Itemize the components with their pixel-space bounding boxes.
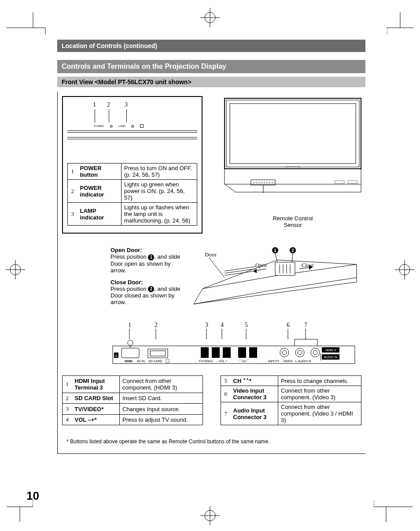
door-instructions: Open Door: Press position 1, and slide D… <box>111 247 185 305</box>
callout-2: 2 <box>107 101 110 108</box>
svg-text:2: 2 <box>155 322 158 328</box>
circled-2-icon: 2 <box>148 286 154 292</box>
svg-point-72 <box>298 350 302 355</box>
svg-text:Close: Close <box>302 262 313 268</box>
page-number: 10 <box>26 489 39 503</box>
table-row: 2 POWER indicator Lights up green when p… <box>68 180 197 203</box>
svg-rect-58 <box>150 351 166 356</box>
door-word: Door <box>205 251 217 258</box>
footnote: * Buttons listed above operate the same … <box>66 438 365 445</box>
svg-text:2: 2 <box>291 248 294 253</box>
sensor-window-icon <box>140 124 144 128</box>
svg-text:INPUT3: INPUT3 <box>268 360 279 363</box>
svg-point-73 <box>311 348 320 357</box>
svg-rect-52 <box>122 348 139 358</box>
svg-rect-6 <box>230 104 356 163</box>
label-power: POWER <box>94 125 104 127</box>
svg-rect-62 <box>212 347 220 358</box>
reg-target-left <box>2 256 29 283</box>
svg-text:1: 1 <box>128 322 131 328</box>
front-panel-diagram: 1 2 3 POWER LAMP <box>62 96 203 234</box>
svg-rect-4 <box>225 98 361 169</box>
right-index-table: 5 CH ˅˄* Press to change channels. 6 Vid… <box>221 375 361 425</box>
reg-target-bottom <box>197 502 223 529</box>
svg-text:L-AUDIO-R: L-AUDIO-R <box>295 360 311 363</box>
header-bar: Location of Controls (continued) <box>57 40 365 52</box>
svg-rect-11 <box>348 181 357 183</box>
svg-text:– VOL +: – VOL + <box>216 360 228 363</box>
svg-text:3: 3 <box>205 322 208 328</box>
content-frame: 1 2 3 POWER LAMP <box>57 92 365 454</box>
power-indicator-icon <box>110 125 112 127</box>
svg-text:HDMI 3: HDMI 3 <box>325 349 336 352</box>
svg-rect-61 <box>201 347 209 358</box>
svg-point-69 <box>280 348 289 357</box>
section-bar: Controls and Terminals on the Projection… <box>57 60 365 73</box>
svg-text:4: 4 <box>221 322 224 328</box>
svg-text:AUDIO IN: AUDIO IN <box>324 356 337 359</box>
svg-text:Open: Open <box>255 262 267 268</box>
callout-3: 3 <box>125 101 128 108</box>
svg-rect-13 <box>275 262 295 275</box>
left-index-table: 1 HDMI Input Terminal 3 Connect from oth… <box>62 375 203 425</box>
table-row: 1 HDMI Input Terminal 3 Connect from oth… <box>63 376 203 393</box>
svg-rect-10 <box>335 181 344 183</box>
sensor-label: Remote Control Sensor <box>220 215 365 228</box>
label-lamp: LAMP <box>118 125 125 127</box>
circled-1-icon: 1 <box>148 254 154 260</box>
svg-text:1: 1 <box>274 248 276 253</box>
svg-text:8: 8 <box>115 354 118 358</box>
svg-text:˅ CH ˄: ˅ CH ˄ <box>239 360 249 363</box>
svg-point-74 <box>313 350 317 355</box>
crop-mark-br <box>374 500 413 522</box>
svg-rect-65 <box>249 347 257 358</box>
table-row: 2 SD CARD Slot Insert SD Card. <box>63 393 203 404</box>
svg-rect-5 <box>226 100 359 167</box>
table-row: 4 VOL –+* Press to adjust TV sound. <box>63 414 203 425</box>
table-row: 7 Audio Input Connector 3 Connect from o… <box>221 402 361 425</box>
svg-text:6: 6 <box>287 322 290 328</box>
svg-rect-63 <box>223 347 231 358</box>
connector-panel-diagram: 1 2 3 4 5 6 7 <box>111 322 357 370</box>
svg-text:5: 5 <box>245 322 248 328</box>
svg-line-29 <box>225 271 255 275</box>
svg-line-20 <box>209 258 225 278</box>
table-row: 3 LAMP indicator Lights up or flashes wh… <box>68 203 197 226</box>
crop-mark-tr <box>387 12 413 34</box>
svg-line-28 <box>225 269 255 273</box>
sub-bar: Front View <Model PT-56LCX70 unit shown> <box>57 77 365 87</box>
svg-text:AV IN: AV IN <box>137 360 145 363</box>
svg-point-71 <box>295 348 304 357</box>
lamp-indicator-icon <box>132 125 134 127</box>
table-row: 1 POWER button Press to turn ON and OFF.… <box>68 163 197 180</box>
svg-point-53 <box>128 340 133 345</box>
svg-rect-64 <box>238 347 246 358</box>
svg-rect-57 <box>148 349 168 358</box>
table-row: 5 CH ˅˄* Press to change channels. <box>221 376 361 386</box>
crop-mark-tl <box>7 12 46 34</box>
top-index-table: 1 POWER button Press to turn ON and OFF.… <box>67 163 197 226</box>
door-illustration: 1 2 Door Open Close <box>189 247 365 313</box>
tv-illustration: Remote Control Sensor <box>220 96 365 228</box>
table-row: 3 TV/VIDEO* Changes Input source. <box>63 404 203 414</box>
svg-text:TV/VIDEO: TV/VIDEO <box>199 360 213 363</box>
svg-text:SD CARD: SD CARD <box>148 360 162 363</box>
reg-target-right <box>391 256 418 283</box>
callout-1: 1 <box>93 101 96 108</box>
crop-mark-bl <box>7 500 33 522</box>
svg-text:VIDEO: VIDEO <box>283 360 293 363</box>
svg-text:7: 7 <box>304 322 307 328</box>
reg-target-top <box>197 4 223 31</box>
table-row: 6 Video Input Connector 3 Connect from o… <box>221 386 361 402</box>
svg-rect-60 <box>166 360 169 363</box>
svg-point-70 <box>282 350 287 355</box>
svg-text:HDMI: HDMI <box>125 360 133 363</box>
